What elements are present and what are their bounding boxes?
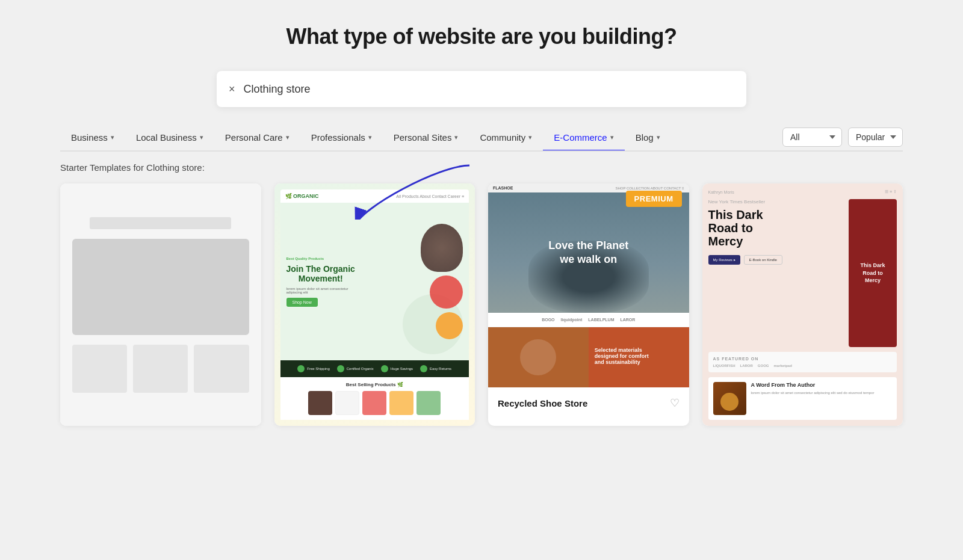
nav-item-ecommerce[interactable]: E-Commerce ▾	[543, 125, 624, 152]
nav-item-professionals[interactable]: Professionals ▾	[300, 125, 383, 152]
nav-item-blog[interactable]: Blog ▾	[625, 125, 671, 152]
nav-local-business-chevron: ▾	[200, 134, 203, 141]
search-clear-button[interactable]: ×	[229, 83, 235, 96]
organic-dark-bar: Free Shipping Certified Organic Huge Sav…	[280, 360, 469, 377]
nav-blog-chevron: ▾	[657, 134, 660, 141]
nav-item-personal-care[interactable]: Personal Care ▾	[214, 125, 300, 152]
organic-products-imgs	[285, 391, 465, 415]
template-card-shoe[interactable]: PREMIUM FLASHOE SHOP COLLECTION ABOUT CO…	[488, 183, 689, 426]
template-thumb-organic: 🌿 ORGANIC All Products About Contact Car…	[274, 183, 475, 426]
nav-personal-care-chevron: ▾	[286, 134, 290, 141]
nav-right-filters: All Free Premium Popular Newest	[782, 128, 903, 148]
template-thumb-brandstore	[60, 183, 261, 426]
template-thumb-ebook: Kathryn Moris ☰ ≡ ⇧ New York Times Bests…	[702, 183, 903, 426]
nav-personal-sites-chevron: ▾	[454, 134, 458, 141]
nav-personal-care-label: Personal Care	[225, 132, 283, 143]
search-bar: ×	[217, 71, 746, 107]
organic-badge-1: Free Shipping	[297, 365, 329, 372]
template-card-ebook[interactable]: Kathryn Moris ☰ ≡ ⇧ New York Times Bests…	[702, 183, 903, 426]
organic-badge-4: Easy Returns	[420, 365, 451, 372]
template-footer-shoe: Recycled Shoe Store ♡	[488, 388, 689, 418]
nav-personal-sites-label: Personal Sites	[394, 132, 452, 143]
nav-professionals-chevron: ▾	[368, 134, 372, 141]
nav-item-personal-sites[interactable]: Personal Sites ▾	[383, 125, 469, 152]
page-title: What type of website are you building?	[12, 24, 951, 49]
nav-community-label: Community	[480, 132, 525, 143]
premium-badge: PREMIUM	[626, 191, 682, 207]
search-input[interactable]	[244, 83, 734, 96]
organic-products-title: Best Selling Products 🌿	[285, 382, 465, 387]
nav-blog-label: Blog	[636, 132, 654, 143]
nav-item-local-business[interactable]: Local Business ▾	[125, 125, 214, 152]
nav-professionals-label: Professionals	[311, 132, 365, 143]
nav-ecommerce-label: E-Commerce	[554, 132, 607, 143]
nav-business-label: Business	[71, 132, 108, 143]
nav-item-community[interactable]: Community ▾	[469, 125, 543, 152]
nav-community-chevron: ▾	[528, 134, 532, 141]
template-card-brandstore[interactable]: Brandstore ♡	[60, 183, 261, 426]
starter-label: Starter Templates for Clothing store:	[60, 162, 903, 173]
nav-local-business-label: Local Business	[136, 132, 197, 143]
nav-item-business[interactable]: Business ▾	[60, 125, 125, 152]
templates-area: Brandstore ♡ 🌿 ORGANIC All Products Abou…	[60, 183, 903, 426]
organic-header: 🌿 ORGANIC All Products About Contact Car…	[280, 189, 469, 203]
organic-badge-3: Huge Savings	[381, 365, 413, 372]
template-card-organic[interactable]: 🌿 ORGANIC All Products About Contact Car…	[274, 183, 475, 426]
ebook-header: Kathryn Moris ☰ ≡ ⇧	[708, 189, 897, 194]
filter-all-select[interactable]: All Free Premium	[782, 128, 842, 147]
organic-logo: 🌿 ORGANIC	[285, 193, 319, 199]
templates-grid: Brandstore ♡ 🌿 ORGANIC All Products Abou…	[60, 183, 903, 426]
organic-badge-2: Certified Organic	[337, 365, 374, 372]
template-name-shoe: Recycled Shoe Store	[498, 398, 587, 408]
filter-popular-select[interactable]: Popular Newest	[848, 128, 903, 147]
nav-business-chevron: ▾	[111, 134, 114, 141]
template-thumb-shoe: PREMIUM FLASHOE SHOP COLLECTION ABOUT CO…	[488, 183, 689, 388]
nav-filter-bar: Business ▾ Local Business ▾ Personal Car…	[60, 125, 903, 152]
organic-hero-text: Join The OrganicMovement!	[286, 264, 355, 283]
organic-hero: Best Quality Products Join The OrganicMo…	[280, 203, 469, 360]
nav-ecommerce-chevron: ▾	[610, 134, 614, 141]
heart-icon-shoe[interactable]: ♡	[670, 396, 680, 410]
organic-products-section: Best Selling Products 🌿	[280, 377, 469, 420]
